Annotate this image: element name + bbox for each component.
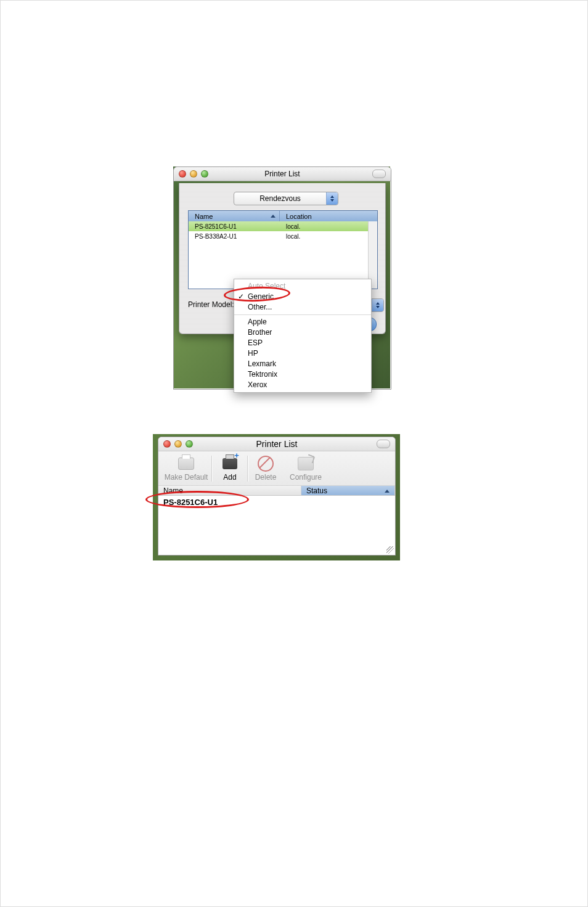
window-controls [174, 170, 208, 178]
toolbar-label: Add [223, 473, 236, 482]
column-location[interactable]: Location [280, 211, 377, 221]
checkmark-icon: ✓ [238, 292, 244, 302]
menu-item-label: Lexmark [248, 359, 276, 368]
toolbar-label: Make Default [165, 473, 208, 482]
column-name-label: Name [195, 213, 213, 220]
column-status[interactable]: Status [301, 485, 395, 496]
column-name[interactable]: Name [189, 211, 280, 221]
menu-item-label: Auto Select [248, 282, 285, 290]
printer-location: local. [280, 223, 377, 230]
add-printer-icon [221, 456, 239, 472]
configure-button[interactable]: Configure [282, 451, 330, 485]
menu-separator [234, 314, 371, 315]
printer-row[interactable]: PS-B338A2-U1 local. [189, 231, 377, 241]
printer-browse-list[interactable]: Name Location PS-8251C6-U1 local. PS-B33… [188, 210, 378, 289]
close-icon[interactable] [163, 440, 171, 448]
sort-ascending-icon [385, 490, 390, 493]
column-name-label: Name [163, 486, 183, 495]
menu-item-vendor[interactable]: Lexmark [234, 359, 371, 369]
printer-list[interactable]: Name Status PS-8251C6-U1 [158, 485, 395, 555]
menu-item-label: Apple [248, 318, 267, 326]
sort-ascending-icon [271, 215, 276, 218]
printer-model-label: Printer Model: [188, 300, 234, 309]
add-printer-button[interactable]: Add [214, 451, 246, 485]
close-icon[interactable] [179, 170, 186, 178]
browse-mode-combo[interactable]: Rendezvous [234, 192, 338, 205]
window-controls [158, 440, 193, 448]
titlebar: Printer List [174, 167, 391, 181]
toolbar-label: Configure [290, 473, 322, 482]
list-header: Name Status [158, 485, 395, 496]
titlebar: Printer List [158, 437, 395, 451]
menu-item-label: Other... [248, 303, 272, 311]
column-name[interactable]: Name [158, 485, 301, 496]
menu-item-label: Generic [248, 292, 274, 301]
minimize-icon[interactable] [190, 170, 197, 178]
menu-item-vendor[interactable]: Tektronix [234, 369, 371, 380]
printer-name: PS-B338A2-U1 [189, 233, 280, 240]
list-header: Name Location [189, 211, 377, 221]
menu-item-vendor[interactable]: Xerox [234, 380, 371, 390]
menu-item-other[interactable]: Other... [234, 302, 371, 313]
menu-item-auto-select: Auto Select [234, 281, 371, 292]
delete-printer-button[interactable]: Delete [250, 451, 282, 485]
window-title: Printer List [158, 439, 395, 449]
zoom-icon[interactable] [186, 440, 193, 448]
printer-location: local. [280, 233, 377, 240]
toolbar-divider [211, 456, 213, 482]
printer-list-screenshot: Printer List Make Default Add Delete [153, 434, 400, 560]
make-default-button[interactable]: Make Default [162, 451, 210, 485]
toolbar-toggle-icon[interactable] [372, 170, 386, 178]
configure-icon [296, 456, 315, 472]
column-status-label: Status [306, 486, 327, 495]
toolbar: Make Default Add Delete Configure [158, 451, 395, 486]
printer-row[interactable]: PS-8251C6-U1 [158, 496, 395, 508]
minimize-icon[interactable] [174, 440, 182, 448]
browse-mode-value: Rendezvous [234, 194, 326, 203]
printer-name: PS-8251C6-U1 [189, 223, 280, 230]
menu-item-vendor[interactable]: HP [234, 348, 371, 359]
menu-item-label: Xerox [248, 380, 267, 389]
menu-item-label: ESP [248, 339, 263, 347]
printer-model-menu[interactable]: Auto Select ✓ Generic Other... Apple Bro… [234, 279, 372, 393]
combo-stepper-icon[interactable] [326, 192, 338, 205]
menu-item-vendor[interactable]: Brother [234, 327, 371, 338]
menu-item-vendor[interactable]: Apple [234, 317, 371, 327]
printer-icon [177, 456, 195, 472]
zoom-icon[interactable] [201, 170, 208, 178]
combo-stepper-icon[interactable] [372, 299, 383, 311]
menu-item-vendor[interactable]: ESP [234, 338, 371, 348]
printer-row[interactable]: PS-8251C6-U1 local. [189, 221, 377, 231]
printer-name: PS-8251C6-U1 [158, 498, 301, 507]
toolbar-divider [247, 456, 248, 482]
menu-item-generic[interactable]: ✓ Generic [234, 292, 371, 302]
resize-grip-icon[interactable] [386, 546, 394, 554]
menu-item-label: HP [248, 349, 258, 358]
toolbar-label: Delete [255, 473, 277, 482]
add-printer-screenshot: Printer List Rendezvous Name Loca [173, 166, 390, 388]
menu-item-label: Brother [248, 328, 272, 337]
toolbar-toggle-icon[interactable] [377, 440, 390, 448]
column-location-label: Location [286, 213, 312, 220]
printer-list-window: Printer List Make Default Add Delete [158, 437, 396, 556]
delete-icon [256, 456, 275, 472]
menu-item-label: Tektronix [248, 370, 277, 379]
